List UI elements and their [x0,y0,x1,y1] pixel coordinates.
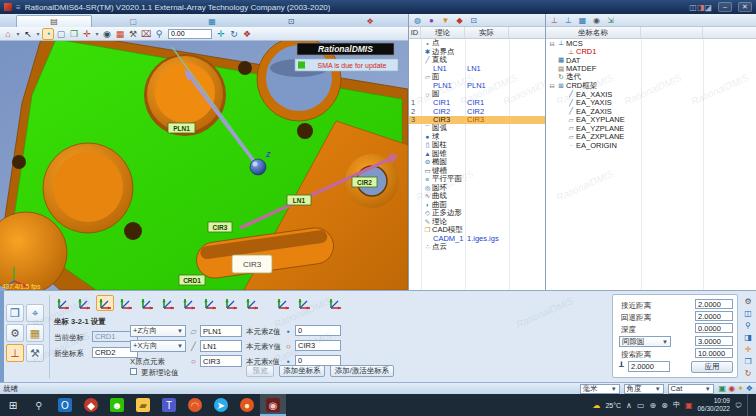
hidden-icons-chevron[interactable]: ∧ [626,401,632,410]
status-indicator-3[interactable]: ✦ [737,384,744,393]
label-cir3[interactable]: CIR3 [208,222,232,232]
strip-view-icon[interactable]: ◨ [742,332,754,342]
explorer-app[interactable]: ▰ [130,394,156,416]
select-region-icon[interactable]: ▢ [55,28,67,40]
csys-cad-align-tool[interactable] [180,295,198,311]
feature-row-点云[interactable]: ∴点云 [409,243,545,252]
csys-axis-icon[interactable]: ⊥ [549,15,560,26]
csys-row-EA_ZXPLANE[interactable]: ▱EA_ZXPLANE [546,133,756,142]
label-pln1[interactable]: PLN1 [168,123,195,133]
z-direction-select[interactable]: +Z方向▼ [130,325,186,337]
strip-sensor-icon[interactable]: ◫ [742,308,754,318]
clearance-select[interactable]: 间隙圆▼ [619,336,671,347]
x-feature-field[interactable] [200,340,242,352]
column-csys-name[interactable]: 坐标名称 [546,27,641,38]
csys-translate-tool[interactable] [243,295,261,311]
feature-row-面[interactable]: ▱面 [409,73,545,82]
elem-y-field[interactable] [295,340,341,351]
feature-row-直线[interactable]: ╱直线 [409,56,545,65]
search-button[interactable]: ⚲ [26,394,52,416]
csys-axes-icon[interactable]: ✛ [81,28,93,40]
show-desktop-button[interactable] [747,394,750,416]
strip-rotate-icon[interactable]: ↻ [742,368,754,378]
rotate-view-icon[interactable]: ↻ [228,28,240,40]
feature-row-CAD模型[interactable]: ❒CAD模型 [409,226,545,235]
titlebar-controller-icon[interactable]: ◪ [704,3,712,12]
zoom-icon[interactable]: ⚲ [153,28,165,40]
tab-options[interactable]: ❖ [332,15,408,27]
weather-icon[interactable]: ☁ [592,401,600,410]
csys-export-icon[interactable]: ⇲ [605,15,616,26]
feature-sphere-icon[interactable]: ◍ [412,15,423,26]
dock-rack-button[interactable]: ▦ [26,324,44,342]
dock-arm-button[interactable]: ⌖ [26,304,44,322]
csys-row-DAT[interactable]: ▦DAT [546,56,756,65]
remote-app[interactable]: ● [234,394,260,416]
color-map-icon[interactable]: ▦ [114,28,126,40]
menu-icon[interactable]: ≡ [16,3,21,12]
csys-row-EA_YAXIS[interactable]: ╱EA_YAXIS [546,99,756,108]
tab-program[interactable]: ▢ [95,15,171,27]
angle-select[interactable]: 角度▼ [624,384,664,394]
csys-row-EA_ZAXIS[interactable]: ╱EA_ZAXIS [546,107,756,116]
z-feature-field[interactable] [200,325,242,337]
csys-camera-icon[interactable]: ◉ [591,15,602,26]
origin-feature-field[interactable] [200,355,242,367]
start-button[interactable]: ⊞ [0,394,26,416]
units-select[interactable]: 毫米▼ [580,384,620,394]
csys-iterative-tool[interactable] [138,295,156,311]
delete-icon[interactable]: ⌧ [140,28,152,40]
axes-dropdown-icon[interactable]: ▾ [94,28,100,40]
preview-button[interactable]: 预览 [246,365,274,377]
view-eye-icon[interactable]: ◉ [101,28,113,40]
tab-display[interactable]: ⊡ [253,15,329,27]
x-direction-select[interactable]: +X方向▼ [130,340,186,352]
csys-321-tool[interactable] [54,295,72,311]
status-indicator-2[interactable]: ◉ [728,384,735,393]
feature-filter-icon[interactable]: ▼ [440,15,451,26]
column-actual[interactable]: 实际 [465,27,509,38]
feature-ball-icon[interactable]: ● [426,15,437,26]
csys-grid-icon[interactable]: ▦ [577,15,588,26]
tab-report[interactable]: ▦ [174,15,250,27]
wechat-app[interactable]: ☻ [104,394,130,416]
feature-display-icon[interactable]: ⊡ [468,15,479,26]
csys-row-EA_XAXIS[interactable]: ╱EA_XAXIS [546,90,756,99]
add-csys-button[interactable]: 添加坐标系 [279,365,325,377]
battery-icon[interactable]: ▭ [637,401,645,410]
outlook-app[interactable]: O [52,394,78,416]
csys-row-EA_ORIGIN[interactable]: ·EA_ORIGIN [546,141,756,150]
close-button[interactable]: ✕ [738,2,752,12]
home-icon[interactable]: ⌂ [2,28,14,40]
alert-icon[interactable]: ▣ [685,401,693,410]
tree-expander-icon[interactable]: ⊟ [548,40,556,47]
volume-muted-icon[interactable]: ⊗ [661,401,668,410]
titlebar-display-icon[interactable]: ◨ [697,3,705,12]
minimize-button[interactable]: – [718,2,732,12]
probe-tip-field[interactable] [628,361,670,372]
csys-row-EA_XYPLANE[interactable]: ▱EA_XYPLANE [546,116,756,125]
status-indicator-4[interactable]: ❖ [746,384,753,393]
strip-probe-icon[interactable]: ⚙ [742,296,754,306]
search-field[interactable] [695,348,733,358]
csys-rotation-tool[interactable] [222,295,240,311]
titlebar-remote-icon[interactable]: ◫ [689,3,697,12]
depth-field[interactable] [695,323,733,333]
measure-tools-icon[interactable]: ⚒ [127,28,139,40]
csys-plane-line-point-tool[interactable] [75,295,93,311]
csys-add-icon[interactable]: ⊥ [563,15,574,26]
csys-row-CRD框架[interactable]: ⊟⊞CRD框架 [546,82,756,91]
home-dropdown-icon[interactable]: ▾ [15,28,21,40]
apply-button[interactable]: 应用 [691,361,733,373]
csys-build-tool[interactable] [274,295,292,311]
status-indicator-1[interactable]: ▣ [719,384,727,393]
dock-probe-button[interactable]: ❒ [6,304,24,322]
strip-probe2-icon[interactable]: ❒ [742,356,754,366]
cursor-icon[interactable]: ↖ [22,28,34,40]
ime-indicator[interactable]: 中 [673,400,680,410]
viewport-canvas[interactable]: Z PLN1 LN1 CIR2 CIR3 [0,41,408,290]
label-crd1[interactable]: CRD1 [179,275,205,285]
feature-row-圆[interactable]: ○圆 [409,90,545,99]
feature-row-CIR2[interactable]: 2CIR2CIR2 [409,107,545,116]
csys-row-MCS[interactable]: ⊟⊥MCS [546,39,756,48]
